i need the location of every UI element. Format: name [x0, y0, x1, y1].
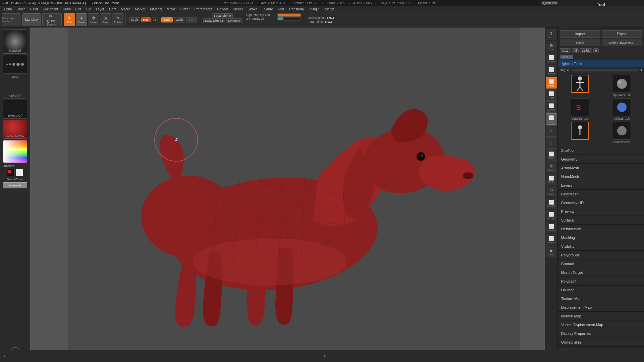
- menu-item-transform[interactable]: Transform: [286, 7, 306, 11]
- lightbox-button[interactable]: LightBox: [22, 13, 41, 26]
- menu-item-alpha[interactable]: Alpha: [1, 7, 14, 11]
- tool-section-polypaint[interactable]: Polypaint: [558, 277, 644, 285]
- texture-off-preview[interactable]: Texture Off: [3, 100, 27, 119]
- menu-item-layer[interactable]: Layer: [94, 7, 106, 11]
- menu-item-material[interactable]: Material: [148, 7, 164, 11]
- export-button[interactable]: Export: [602, 30, 642, 38]
- tool-section-visibility[interactable]: Visibility: [558, 242, 644, 250]
- rgb-button[interactable]: Rgb: [141, 17, 151, 22]
- menu-item-stencil[interactable]: Stencil: [231, 7, 245, 11]
- menu-item-edit[interactable]: Edit: [73, 7, 83, 11]
- sphere-brush-thumb[interactable]: SphereBrush: [602, 75, 642, 97]
- tool-section-unified-skin[interactable]: Unified Skin: [558, 338, 644, 346]
- menu-item-zscript[interactable]: Zscript: [322, 7, 336, 11]
- standard-sphere-preview[interactable]: Standard: [3, 29, 27, 54]
- right-icon-line-fill[interactable]: ⬜Line Fill: [546, 198, 557, 209]
- right-icon-9[interactable]: ○: [546, 137, 557, 149]
- rotate-button[interactable]: ↻ Rotate: [112, 13, 123, 26]
- right-icon-actual[interactable]: ⬜Actual: [546, 53, 557, 64]
- tool-section-nanomesh[interactable]: NanoMesh: [558, 172, 644, 181]
- right-icon-scroll[interactable]: ⇕Scroll: [546, 29, 557, 40]
- right-icon-transp[interactable]: ⬜Transp: [546, 222, 557, 233]
- right-icon-polyf[interactable]: ⬜PolyF: [546, 210, 557, 221]
- tool-section-vector-displacement-map[interactable]: Vector Displacement Map: [558, 320, 644, 329]
- tool-section-fibermesh[interactable]: FiberMesh: [558, 189, 644, 198]
- tool-section-masking[interactable]: Masking: [558, 233, 644, 242]
- right-icon-dynamic[interactable]: ⬜Dynamic: [546, 234, 557, 245]
- figure-brush-thumb[interactable]: [560, 75, 600, 97]
- tool-section-geometry[interactable]: Geometry: [558, 155, 644, 163]
- alpha-off-preview[interactable]: Alpha Off: [3, 80, 27, 99]
- clone-button[interactable]: Clone: [560, 40, 600, 46]
- dynamic-button[interactable]: Dynamic: [226, 18, 242, 23]
- tool-section-display-properties[interactable]: Display Properties: [558, 329, 644, 338]
- color-picker[interactable]: [3, 140, 27, 163]
- right-icon-move[interactable]: ✥Move: [546, 162, 557, 173]
- tool-section-morph-target[interactable]: Morph Target: [558, 268, 644, 277]
- quick-sketch-button[interactable]: ✏ Quick Sketch: [42, 13, 62, 26]
- make-polymesh3d-button[interactable]: Make PolyMesh3D: [602, 40, 642, 46]
- dog-slider[interactable]: [573, 69, 638, 71]
- tool-section-normal-map[interactable]: Normal Map: [558, 311, 644, 320]
- tool-section-deformation[interactable]: Deformation: [558, 224, 644, 233]
- menu-item-movie[interactable]: Movie: [165, 7, 178, 11]
- tool-section-polygroups[interactable]: Polygroups: [558, 250, 644, 259]
- menu-item-preferences[interactable]: Preferences: [193, 7, 215, 11]
- menu-item-document[interactable]: Document: [41, 7, 60, 11]
- canvas-area[interactable]: ↺: [30, 27, 557, 350]
- quicksave-button[interactable]: QuickSave: [541, 1, 560, 5]
- tool-section-geometry-hd[interactable]: Geometry HD: [558, 198, 644, 207]
- tool-section-layers[interactable]: Layers: [558, 181, 644, 189]
- goz-button[interactable]: GoZ: [560, 48, 571, 53]
- tool-section-texture-map[interactable]: Texture Map: [558, 294, 644, 303]
- r-button[interactable]: R: [593, 48, 599, 53]
- zadd-button[interactable]: Zadd: [161, 17, 173, 22]
- all-option[interactable]: All: [572, 48, 579, 53]
- right-icon-rotate[interactable]: ↻Rotate: [546, 186, 557, 197]
- material-preview[interactable]: MatCap Red Wax: [3, 120, 27, 139]
- zcut-button[interactable]: Zcut: [186, 17, 197, 22]
- menu-item-zplugin[interactable]: Zplugin: [307, 7, 322, 11]
- spix-button[interactable]: SPix 3: [560, 55, 573, 59]
- background-color-swatch[interactable]: [16, 169, 23, 176]
- tool-section-displacement-map[interactable]: Displacement Map: [558, 303, 644, 311]
- alternate-button[interactable]: Alternate: [3, 182, 27, 188]
- menu-item-file[interactable]: File: [84, 7, 93, 11]
- menu-item-tool[interactable]: Tool: [276, 7, 286, 11]
- visible-option[interactable]: Visible: [580, 48, 592, 53]
- tool-section-arraymesh[interactable]: ArrayMesh: [558, 163, 644, 172]
- draw-button[interactable]: ● Draw: [76, 13, 87, 26]
- zsub-button[interactable]: Zsub: [174, 17, 185, 22]
- active-brush-thumb[interactable]: [560, 122, 600, 144]
- right-icon-aahalf[interactable]: ⬜AAHalf: [546, 65, 557, 76]
- alpha-brush-thumb[interactable]: AlphaBrush: [602, 98, 642, 120]
- tool-section-uv-map[interactable]: UV Map: [558, 285, 644, 294]
- tool-section-subtool[interactable]: SubTool: [558, 146, 644, 155]
- right-icon-l-sym[interactable]: ⬜L Sym: [546, 101, 557, 113]
- right-icon-floor[interactable]: ⬜Floor: [546, 89, 557, 101]
- tool-section-contact[interactable]: Contact: [558, 259, 644, 268]
- right-icon-zoom[interactable]: ⊕Zoom: [546, 41, 557, 52]
- dots-preview[interactable]: [3, 55, 27, 74]
- simple-brush-thumb[interactable]: S SimpleBrush: [560, 98, 600, 120]
- menu-item-macro[interactable]: Macro: [119, 7, 132, 11]
- menu-item-draw[interactable]: Draw: [61, 7, 72, 11]
- move-button[interactable]: ✥ Move: [88, 13, 99, 26]
- right-icon-xyz[interactable]: ⬜XYZ: [546, 113, 557, 125]
- z-intensity-slider[interactable]: [277, 17, 301, 20]
- projection-master-button[interactable]: Projection Master: [2, 13, 20, 26]
- menu-item-render[interactable]: Render: [215, 7, 230, 11]
- mrgb-button[interactable]: Mrgb: [129, 17, 140, 22]
- 3d-viewport[interactable]: [30, 27, 557, 350]
- right-icon-bpr[interactable]: ▶BPR: [546, 246, 557, 257]
- rgb-intensity-slider[interactable]: [277, 13, 301, 17]
- menu-item-marker[interactable]: Marker: [133, 7, 147, 11]
- menu-item-light[interactable]: Light: [107, 7, 118, 11]
- foreground-color-swatch[interactable]: [7, 169, 14, 176]
- right-icon-persp[interactable]: ⬜Persp: [546, 77, 557, 88]
- focal-shift-button[interactable]: Focal Shift 0: [212, 13, 233, 18]
- tool-section-surface[interactable]: Surface: [558, 216, 644, 224]
- menu-item-brush[interactable]: Brush: [15, 7, 28, 11]
- import-button[interactable]: Import: [560, 30, 600, 38]
- eraser-brush-thumb[interactable]: EraserBrush: [602, 122, 642, 144]
